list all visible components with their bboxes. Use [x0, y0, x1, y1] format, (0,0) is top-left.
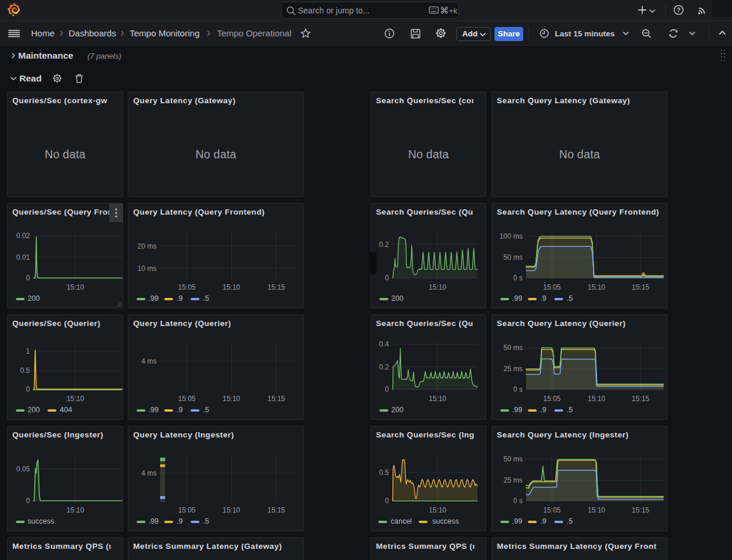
svg-text:?: ?: [677, 6, 680, 13]
